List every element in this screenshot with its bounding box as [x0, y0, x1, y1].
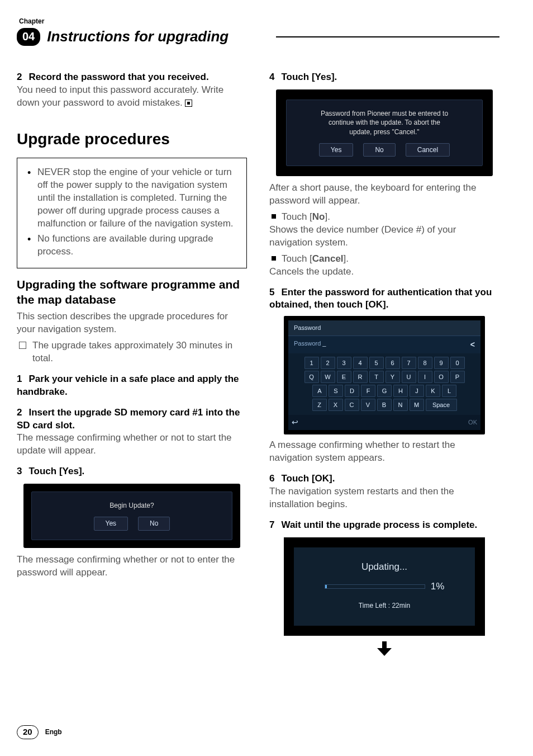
page-number: 20	[17, 725, 39, 739]
touch-no-bullet: Touch [No].	[269, 211, 499, 224]
ok-label: OK	[468, 417, 477, 428]
keyboard-title: Password	[288, 320, 480, 336]
step-number: 2	[17, 72, 22, 82]
keyboard-key: I	[418, 371, 432, 383]
keyboard-key: E	[337, 371, 351, 383]
keyboard-key: 0	[450, 357, 465, 369]
keyboard-screenshot: Password Password _ < 1234567890 QWERTYU…	[284, 316, 485, 434]
keyboard-key: 8	[418, 357, 432, 369]
text: ].	[344, 253, 349, 264]
keyboard-key: L	[442, 385, 456, 397]
keyboard-key: Z	[312, 399, 327, 411]
cursor-icon: _	[322, 340, 326, 347]
keyboard-key: D	[345, 385, 359, 397]
step-number: 7	[269, 519, 274, 530]
keyboard-key: H	[393, 385, 408, 397]
dialog-cancel-button: Cancel	[406, 143, 450, 157]
keyboard-key: B	[377, 399, 392, 411]
keyboard-input-row: Password _ <	[288, 336, 480, 353]
keyboard-key: 3	[337, 357, 351, 369]
dialog-line: update, press "Cancel."	[292, 127, 477, 136]
field-label: Password	[294, 340, 321, 347]
dialog-yes-button: Yes	[94, 517, 129, 530]
step-3-heading: 3Touch [Yes].	[17, 465, 247, 478]
step-title: Touch [Yes].	[28, 466, 84, 476]
keyboard-key: M	[410, 399, 424, 411]
step-4-after: After a short pause, the keyboard for en…	[269, 182, 499, 207]
upgrading-software-heading: Upgrading the software programme and the…	[17, 277, 247, 307]
chapter-label: Chapter	[19, 17, 499, 26]
section-intro: This section describes the upgrade proce…	[17, 310, 247, 336]
step-number: 2	[17, 407, 22, 418]
updating-title: Updating...	[299, 561, 469, 574]
step-5-after: A message confirming whether to restart …	[269, 439, 499, 465]
dialog-yes-button: Yes	[319, 143, 354, 157]
keyboard-key: 9	[434, 357, 449, 369]
keyboard-key: X	[329, 399, 343, 411]
backspace-icon: <	[470, 339, 475, 350]
keyboard-key: Q	[304, 371, 319, 383]
touch-cancel-body: Cancels the update.	[269, 266, 499, 278]
step-title: Touch [OK].	[281, 473, 335, 484]
bold-text: Cancel	[312, 253, 344, 264]
keyboard-key: Y	[386, 371, 400, 383]
keyboard-key: T	[369, 371, 384, 383]
step-2b-heading: 2Insert the upgrade SD memory card #1 in…	[17, 407, 247, 432]
step-title: Wait until the upgrade process is comple…	[281, 519, 477, 530]
step-6-heading: 6Touch [OK].	[269, 472, 499, 485]
updating-screenshot: Updating... 1% Time Left : 22min	[284, 537, 485, 636]
step-2b-body: The message confirming whether or not to…	[17, 432, 247, 457]
keyboard-key: R	[353, 371, 368, 383]
chapter-title: Instructions for upgrading	[47, 27, 270, 46]
keyboard-key: U	[402, 371, 416, 383]
text: Touch [	[282, 253, 312, 264]
dialog-message: Begin Update?	[37, 501, 226, 510]
continue-arrow-icon	[377, 641, 392, 656]
step-title: Insert the upgrade SD memory card #1 int…	[17, 407, 240, 431]
keyboard-bottom-row: ↩ OK	[288, 415, 480, 430]
touch-no-body: Shows the device number (Device #) of yo…	[269, 224, 499, 249]
touch-cancel-bullet: Touch [Cancel].	[269, 253, 499, 266]
step-title: Record the password that you received.	[28, 72, 208, 82]
upgrade-procedures-heading: Upgrade procedures	[17, 129, 247, 150]
time-left: Time Left : 22min	[299, 601, 469, 610]
begin-update-screenshot: Begin Update? Yes No	[23, 484, 240, 547]
step-number: 6	[269, 473, 274, 484]
keyboard-key: J	[410, 385, 424, 397]
step-2-heading: 2Record the password that you received.	[17, 71, 247, 84]
language-code: Engb	[45, 727, 62, 736]
keyboard-key: 1	[304, 357, 319, 369]
right-column: 4Touch [Yes]. Password from Pioneer must…	[269, 63, 499, 655]
dialog-line: Password from Pioneer must be entered to	[292, 109, 477, 118]
keyboard-key: P	[450, 371, 465, 383]
keyboard-key: K	[426, 385, 440, 397]
step-7-heading: 7Wait until the upgrade process is compl…	[269, 519, 499, 532]
return-icon: ↩	[292, 417, 298, 428]
keyboard-key: C	[345, 399, 359, 411]
keyboard-key: N	[393, 399, 408, 411]
keyboard-key: 7	[402, 357, 416, 369]
keyboard-key: 5	[369, 357, 384, 369]
step-number: 4	[269, 72, 274, 82]
dialog-no-button: No	[138, 517, 170, 530]
body-text: You need to input this password accurate…	[17, 84, 223, 108]
keyboard-key: O	[434, 371, 449, 383]
end-of-section-icon	[185, 100, 192, 107]
keyboard-space-key: Space	[426, 399, 457, 411]
step-title: Touch [Yes].	[281, 72, 337, 82]
step-5-heading: 5Enter the password for authentication t…	[269, 286, 499, 312]
keyboard-key: 6	[386, 357, 400, 369]
page-header: Chapter 04 Instructions for upgrading	[17, 17, 499, 46]
keyboard-key: S	[329, 385, 343, 397]
step-6-body: The navigation system restarts and then …	[269, 485, 499, 511]
step-number: 5	[269, 287, 274, 297]
dialog-line: continue with the update. To abort the	[292, 118, 477, 127]
keyboard-key: A	[312, 385, 327, 397]
chapter-number-badge: 04	[17, 28, 40, 46]
keyboard-keys: 1234567890 QWERTYUIOP ASDFGHJKL ZXCVBNMS…	[288, 353, 480, 415]
step-title: Enter the password for authentication th…	[269, 287, 492, 310]
keyboard-key: 4	[353, 357, 368, 369]
keyboard-key: G	[377, 385, 392, 397]
content-columns: 2Record the password that you received. …	[17, 63, 499, 655]
header-rule	[276, 36, 499, 37]
